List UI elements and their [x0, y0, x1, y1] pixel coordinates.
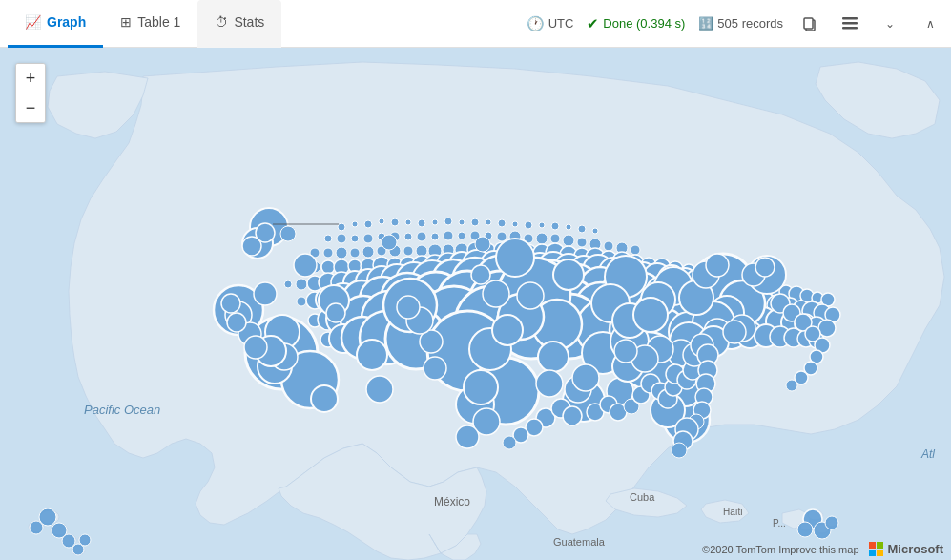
collapse-button[interactable]: ∧ — [917, 10, 943, 37]
svg-point-28 — [498, 219, 506, 227]
svg-point-52 — [536, 233, 548, 244]
svg-point-44 — [431, 233, 439, 240]
svg-point-346 — [30, 521, 43, 534]
zoom-out-button[interactable]: − — [16, 93, 45, 122]
svg-point-62 — [336, 247, 347, 259]
svg-point-315 — [503, 436, 516, 449]
zoom-in-button[interactable]: + — [16, 64, 45, 93]
svg-text:P...: P... — [773, 518, 786, 529]
svg-point-270 — [483, 280, 509, 307]
svg-point-317 — [563, 406, 582, 425]
svg-point-43 — [417, 232, 426, 241]
svg-text:Atl: Atl — [920, 447, 935, 461]
svg-text:México: México — [434, 495, 470, 508]
svg-point-299 — [254, 282, 277, 305]
svg-point-59 — [631, 245, 640, 255]
svg-point-33 — [566, 224, 571, 230]
svg-text:Guatemala: Guatemala — [553, 536, 606, 548]
svg-point-340 — [672, 443, 687, 458]
records-icon: 🔢 — [698, 16, 713, 31]
svg-point-94 — [321, 260, 335, 274]
chevron-down-button[interactable]: ⌄ — [877, 10, 903, 37]
map-container[interactable]: Pacific Ocean Atl México Cuba Haïti P...… — [0, 48, 951, 560]
header-bar: 📈 Graph ⊞ Table 1 ⏱ Stats 🕐 UTC ✔ Done (… — [0, 0, 951, 48]
tab-stats[interactable]: ⏱ Stats — [197, 0, 281, 48]
svg-point-46 — [458, 232, 465, 239]
svg-rect-3 — [842, 22, 858, 25]
svg-point-268 — [633, 298, 668, 332]
svg-point-239 — [311, 385, 338, 412]
svg-point-31 — [539, 222, 545, 228]
svg-point-282 — [227, 313, 246, 332]
svg-point-26 — [471, 218, 479, 226]
svg-rect-2 — [842, 17, 858, 20]
svg-point-63 — [350, 248, 360, 258]
ms-blue-square — [869, 550, 876, 556]
microsoft-wordmark: Microsoft — [888, 542, 944, 556]
copy-button[interactable] — [796, 10, 823, 37]
done-badge: ✔ Done (0.394 s) — [587, 15, 685, 32]
svg-point-259 — [706, 254, 729, 277]
collapse-icon: ∧ — [926, 17, 935, 31]
clock-icon: 🕐 — [527, 15, 545, 32]
graph-icon: 📈 — [25, 14, 41, 30]
svg-point-280 — [244, 336, 267, 359]
svg-point-67 — [403, 246, 413, 256]
svg-point-37 — [337, 234, 346, 243]
grid-view-button[interactable] — [837, 10, 863, 37]
svg-point-292 — [456, 425, 479, 448]
svg-point-165 — [297, 297, 306, 306]
svg-rect-4 — [842, 27, 858, 30]
svg-text:Cuba: Cuba — [630, 491, 655, 503]
svg-point-293 — [424, 357, 446, 380]
done-label: Done (0.394 s) — [603, 16, 685, 31]
svg-point-301 — [256, 223, 275, 242]
svg-point-230 — [496, 239, 534, 277]
tab-graph[interactable]: 📈 Graph — [8, 0, 103, 48]
svg-point-350 — [79, 534, 91, 546]
ms-yellow-square — [877, 550, 883, 556]
svg-point-17 — [352, 221, 358, 227]
svg-point-54 — [563, 235, 574, 246]
svg-point-263 — [538, 342, 569, 372]
microsoft-logo: Microsoft — [869, 542, 944, 556]
svg-point-250 — [553, 259, 584, 290]
svg-point-274 — [280, 226, 296, 241]
zoom-controls: + − — [15, 63, 46, 123]
svg-point-273 — [382, 235, 397, 250]
svg-point-34 — [578, 225, 586, 233]
attribution-text: ©2020 TomTom Improve this map — [702, 544, 858, 555]
records-label: 505 records — [717, 16, 783, 31]
svg-point-298 — [294, 254, 317, 277]
svg-point-45 — [444, 231, 453, 240]
svg-point-261 — [755, 258, 775, 277]
table-icon: ⊞ — [120, 14, 132, 30]
svg-point-255 — [357, 340, 387, 370]
utc-badge: 🕐 UTC — [527, 15, 574, 32]
map-attribution: ©2020 TomTom Improve this map Microsoft — [702, 542, 943, 556]
svg-point-253 — [464, 370, 498, 404]
svg-point-18 — [364, 220, 372, 228]
tab-table[interactable]: ⊞ Table 1 — [103, 0, 197, 48]
svg-point-39 — [363, 234, 373, 243]
svg-point-53 — [550, 234, 560, 243]
svg-point-16 — [338, 223, 345, 231]
svg-point-289 — [572, 364, 599, 391]
svg-point-311 — [786, 380, 797, 391]
svg-point-38 — [351, 235, 359, 242]
svg-point-281 — [221, 294, 240, 313]
svg-point-21 — [405, 219, 411, 225]
header-right: 🕐 UTC ✔ Done (0.394 s) 🔢 505 records ⌄ ∧ — [527, 10, 943, 37]
svg-point-348 — [62, 534, 75, 548]
done-check-icon: ✔ — [587, 15, 599, 32]
svg-point-49 — [497, 232, 507, 241]
svg-point-272 — [475, 237, 490, 252]
svg-point-271 — [471, 265, 490, 284]
svg-point-132 — [284, 280, 292, 288]
svg-point-288 — [536, 370, 563, 397]
map-svg: Pacific Ocean Atl México Cuba Haïti P...… — [0, 48, 951, 560]
svg-point-30 — [525, 221, 532, 229]
svg-point-68 — [416, 245, 427, 257]
svg-point-133 — [296, 279, 307, 290]
svg-point-61 — [323, 248, 333, 258]
